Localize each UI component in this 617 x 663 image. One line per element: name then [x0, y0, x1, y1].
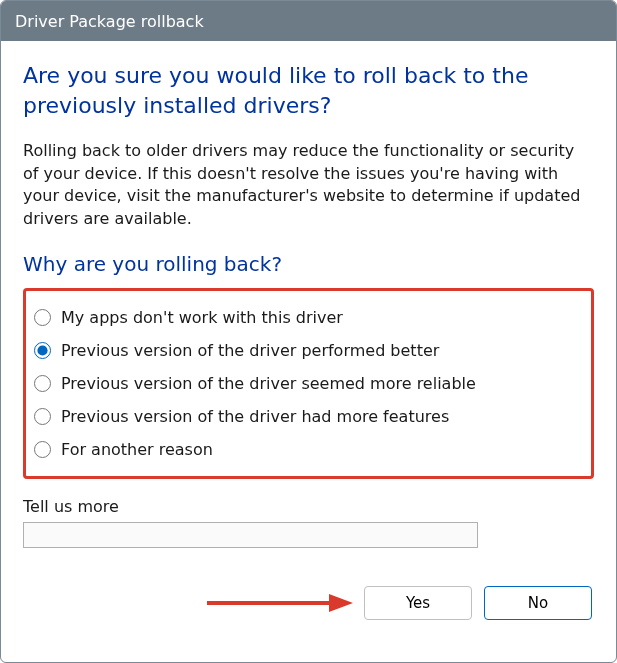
reason-label: Previous version of the driver had more … — [61, 407, 449, 426]
reason-option-another[interactable]: For another reason — [34, 433, 581, 466]
svg-marker-1 — [329, 594, 353, 612]
reason-option-more-features[interactable]: Previous version of the driver had more … — [34, 400, 581, 433]
reason-label: For another reason — [61, 440, 213, 459]
reason-subheading: Why are you rolling back? — [23, 252, 594, 276]
dialog-description: Rolling back to older drivers may reduce… — [23, 140, 594, 230]
tellmore-input[interactable] — [23, 522, 478, 548]
reason-label: My apps don't work with this driver — [61, 308, 343, 327]
reason-option-apps-dont-work[interactable]: My apps don't work with this driver — [34, 301, 581, 334]
reason-radio[interactable] — [34, 375, 51, 392]
annotation-arrow-icon — [203, 591, 353, 615]
reason-radio[interactable] — [34, 342, 51, 359]
reason-label: Previous version of the driver seemed mo… — [61, 374, 476, 393]
no-button-label: No — [528, 594, 548, 612]
yes-button-label: Yes — [406, 594, 430, 612]
dialog-content: Are you sure you would like to roll back… — [1, 41, 616, 636]
reason-option-more-reliable[interactable]: Previous version of the driver seemed mo… — [34, 367, 581, 400]
reason-radio-group: My apps don't work with this driver Prev… — [23, 288, 594, 479]
reason-radio[interactable] — [34, 309, 51, 326]
dialog-button-row: Yes No — [23, 586, 594, 620]
reason-radio[interactable] — [34, 408, 51, 425]
reason-option-performed-better[interactable]: Previous version of the driver performed… — [34, 334, 581, 367]
tellmore-label: Tell us more — [23, 497, 594, 516]
window-titlebar: Driver Package rollback — [1, 1, 616, 41]
yes-button[interactable]: Yes — [364, 586, 472, 620]
window-title: Driver Package rollback — [15, 12, 204, 31]
dialog-heading: Are you sure you would like to roll back… — [23, 61, 594, 120]
reason-label: Previous version of the driver performed… — [61, 341, 439, 360]
no-button[interactable]: No — [484, 586, 592, 620]
reason-radio[interactable] — [34, 441, 51, 458]
